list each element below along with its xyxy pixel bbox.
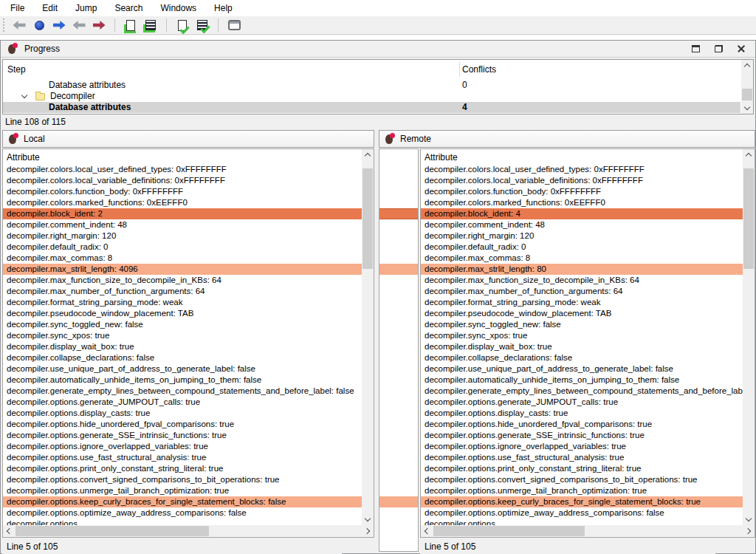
attribute-row[interactable]: decompiler.pseudocode_window_placement: … [421, 308, 743, 319]
attribute-row[interactable]: decompiler.sync_toggled_new: false [421, 319, 743, 330]
column-header-conflicts[interactable]: Conflicts [462, 64, 496, 75]
maximize-button[interactable] [690, 44, 701, 54]
remote-vertical-scrollbar[interactable] [743, 149, 755, 525]
attribute-row[interactable]: decompiler.max_function_size_to_decompil… [421, 275, 743, 286]
attribute-row[interactable]: decompiler.options.unmerge_tail_branch_o… [3, 485, 362, 496]
attribute-row[interactable]: decompiler.colors.function_body: 0xFFFFF… [421, 186, 743, 197]
scroll-up-arrow[interactable] [362, 149, 374, 161]
attribute-row[interactable]: decompiler.options.print_only_constant_s… [421, 463, 743, 474]
attribute-row[interactable]: decompiler.options.ignore_overlapped_var… [421, 441, 743, 452]
document-check-icon-button[interactable] [175, 18, 190, 33]
attribute-row[interactable]: decompiler.collapse_declarations: false [421, 352, 743, 363]
attribute-row[interactable]: decompiler.block_ident: 2 [3, 208, 362, 219]
attribute-row[interactable]: decompiler.max_function_size_to_decompil… [3, 275, 362, 286]
attribute-row[interactable]: decompiler.use_unique_part_of_address_to… [421, 363, 743, 375]
attribute-row[interactable]: decompiler.options.convert_signed_compar… [421, 474, 743, 485]
attribute-row[interactable]: decompiler.options.ignore_overlapped_var… [3, 441, 362, 452]
attribute-row[interactable]: decompiler.automatically_unhide_items_on… [3, 375, 362, 386]
attribute-row[interactable]: decompiler.comment_indent: 48 [421, 219, 743, 230]
attribute-row[interactable]: decompiler.max_number_of_function_argume… [3, 286, 362, 297]
progress-titlebar[interactable]: Progress [1, 41, 755, 58]
document-green-icon-button[interactable] [123, 18, 138, 33]
attribute-row[interactable]: decompiler.format_string_parsing_mode: w… [3, 297, 362, 308]
attribute-row[interactable]: decompiler.max_number_of_function_argume… [421, 286, 743, 297]
attribute-row[interactable]: decompiler.right_margin: 120 [421, 230, 743, 242]
scrollbar-thumb[interactable] [16, 526, 209, 536]
step-row[interactable]: Database attributes4 [3, 102, 740, 113]
scrollbar-thumb[interactable] [742, 89, 752, 100]
attribute-row[interactable]: decompiler.right_margin: 120 [3, 230, 362, 242]
attribute-row[interactable]: decompiler.sync_toggled_new: false [3, 319, 362, 330]
local-horizontal-scrollbar[interactable] [3, 525, 374, 537]
attribute-row[interactable]: decompiler.colors.function_body: 0xFFFFF… [3, 186, 362, 197]
attribute-row[interactable]: decompiler.colors.local_user_defined_typ… [421, 164, 743, 175]
attribute-row[interactable]: decompiler.sync_xpos: true [421, 330, 743, 341]
local-vertical-scrollbar[interactable] [362, 149, 374, 525]
blue-dot-icon-button[interactable] [32, 18, 47, 33]
attribute-row[interactable]: decompiler.automatically_unhide_items_on… [421, 375, 743, 386]
menu-item-file[interactable]: File [1, 0, 33, 16]
menu-item-help[interactable]: Help [205, 0, 241, 16]
column-header-step[interactable]: Step [7, 64, 26, 75]
attribute-row[interactable]: decompiler.options.generate_SSE_intrinsi… [3, 430, 362, 441]
attribute-row[interactable]: decompiler.options.keep_curly_braces_for… [3, 496, 362, 507]
attribute-row[interactable]: decompiler.options.optimize_away_address… [421, 507, 743, 519]
next-difference-arrow-icon-button[interactable] [92, 18, 106, 33]
attribute-row[interactable]: decompiler.options.use_fast_structural_a… [3, 452, 362, 463]
restore-button[interactable] [713, 44, 724, 54]
attribute-row[interactable]: decompiler.block_ident: 4 [421, 208, 743, 219]
attribute-row[interactable]: decompiler.options [3, 519, 362, 525]
database-green-icon-button[interactable] [143, 18, 158, 33]
remote-horizontal-scrollbar[interactable] [421, 525, 755, 537]
back-arrow-icon-button[interactable] [12, 18, 27, 33]
attribute-row[interactable]: decompiler.options.hide_unordered_fpval_… [3, 419, 362, 430]
attribute-row[interactable]: decompiler.options.optimize_away_address… [3, 507, 362, 519]
menu-item-windows[interactable]: Windows [151, 0, 205, 16]
attribute-row[interactable]: decompiler.options.hide_unordered_fpval_… [421, 419, 743, 430]
remote-column-header-attribute[interactable]: Attribute [421, 149, 743, 164]
menu-item-search[interactable]: Search [106, 0, 151, 16]
scroll-left-arrow[interactable] [421, 525, 433, 537]
attribute-row[interactable]: decompiler.max_commas: 8 [3, 253, 362, 264]
attribute-row[interactable]: decompiler.pseudocode_window_placement: … [3, 308, 362, 319]
attribute-row[interactable]: decompiler.colors.marked_functions: 0xEE… [421, 197, 743, 208]
attribute-row[interactable]: decompiler.options.display_casts: true [3, 408, 362, 419]
database-check-icon-button[interactable] [195, 18, 210, 33]
step-row[interactable]: Decompiler [3, 91, 740, 102]
chevron-down-icon[interactable] [21, 92, 27, 98]
attribute-row[interactable]: decompiler.colors.local_user_defined_typ… [3, 164, 362, 175]
attribute-row[interactable]: decompiler.options.display_casts: true [421, 408, 743, 419]
attribute-row[interactable]: decompiler.display_wait_box: true [3, 341, 362, 352]
local-column-header-attribute[interactable]: Attribute [3, 149, 362, 164]
attribute-row[interactable]: decompiler.display_wait_box: true [421, 341, 743, 352]
attribute-row[interactable]: decompiler.colors.local_variable_definit… [3, 175, 362, 186]
attribute-row[interactable]: decompiler.options.generate_JUMPOUT_call… [3, 397, 362, 408]
attribute-row[interactable]: decompiler.options [421, 519, 743, 525]
scrollbar-thumb[interactable] [362, 168, 373, 269]
attribute-row[interactable]: decompiler.use_unique_part_of_address_to… [3, 363, 362, 375]
attribute-row[interactable]: decompiler.max_strlit_length: 80 [421, 264, 743, 275]
step-table-vertical-scrollbar[interactable] [741, 60, 753, 114]
window-icon-button[interactable] [227, 18, 241, 33]
scroll-down-arrow[interactable] [362, 513, 374, 525]
scrollbar-thumb[interactable] [433, 526, 585, 536]
scroll-down-arrow[interactable] [743, 513, 755, 525]
scroll-up-arrow[interactable] [741, 60, 753, 72]
attribute-row[interactable]: decompiler.default_radix: 0 [421, 242, 743, 253]
scroll-right-arrow[interactable] [743, 525, 755, 537]
step-row[interactable]: Database attributes0 [3, 80, 740, 91]
scroll-up-arrow[interactable] [743, 149, 755, 161]
attribute-row[interactable]: decompiler.colors.local_variable_definit… [421, 175, 743, 186]
previous-difference-arrow-icon-button[interactable] [72, 18, 86, 33]
forward-arrow-icon-button[interactable] [52, 18, 66, 33]
attribute-row[interactable]: decompiler.max_strlit_length: 4096 [3, 264, 362, 275]
scroll-right-arrow[interactable] [362, 525, 374, 537]
attribute-row[interactable]: decompiler.colors.marked_functions: 0xEE… [3, 197, 362, 208]
attribute-row[interactable]: decompiler.generate_empty_lines_between_… [3, 386, 362, 397]
scroll-left-arrow[interactable] [3, 525, 15, 537]
attribute-row[interactable]: decompiler.options.keep_curly_braces_for… [421, 496, 743, 507]
attribute-row[interactable]: decompiler.options.use_fast_structural_a… [421, 452, 743, 463]
close-button[interactable] [736, 44, 746, 54]
menu-item-jump[interactable]: Jump [66, 0, 106, 16]
scrollbar-thumb[interactable] [743, 168, 754, 269]
